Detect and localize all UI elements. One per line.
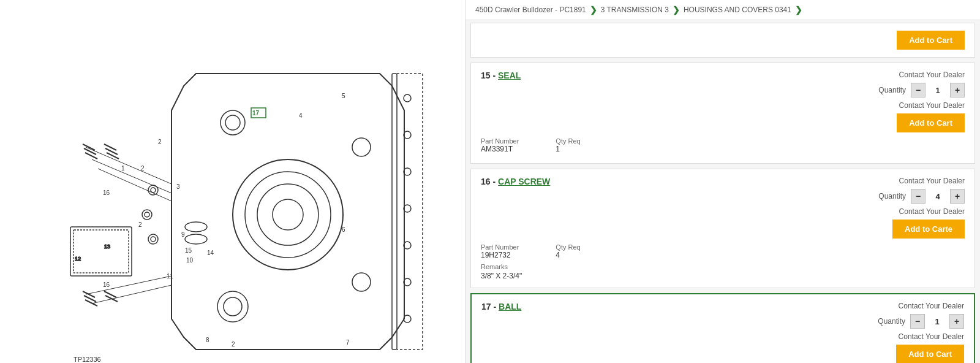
qty-minus-17[interactable]: − [910, 314, 925, 329]
svg-text:2: 2 [158, 139, 162, 145]
remarks-label-16: Remarks [481, 263, 508, 270]
part-card-16: 16 - CAP SCREW Contact Your Dealer Quant… [470, 169, 975, 288]
qty-value-15: 1 [930, 86, 945, 95]
part-number-label-15: Part Number [481, 137, 519, 145]
part-header-15: 15 - SEAL Contact Your Dealer Quantity −… [481, 71, 965, 132]
svg-text:9: 9 [181, 231, 185, 238]
quantity-label-17: Quantity [878, 317, 905, 326]
remarks-value-16: 3/8" X 2-3/4" [481, 272, 522, 280]
contact-dealer-text-17: Contact Your Dealer [899, 302, 964, 310]
breadcrumb-item-3[interactable]: HOUSINGS AND COVERS 0341 [684, 6, 791, 14]
qty-req-label-16: Qty Req [556, 243, 580, 251]
part-name-link-17[interactable]: BALL [499, 302, 521, 311]
qty-plus-17[interactable]: + [949, 314, 964, 329]
svg-text:16: 16 [103, 281, 110, 288]
add-to-cart-15[interactable]: Add to Cart [897, 113, 965, 132]
top-add-to-cart-button[interactable]: Add to Cart [897, 31, 965, 50]
svg-text:5: 5 [342, 93, 345, 99]
breadcrumb-arrow-3: ❯ [795, 5, 802, 15]
contact-dealer-sub-16: Contact Your Dealer [899, 207, 965, 216]
part-number-label-16: Part Number [481, 243, 519, 251]
part-number-value-16: 19H2732 [481, 251, 519, 259]
svg-text:16: 16 [103, 189, 110, 196]
svg-text:14: 14 [207, 250, 214, 256]
part-info-row-16: Part Number 19H2732 Qty Req 4 [481, 243, 965, 259]
part-name-link-15[interactable]: SEAL [498, 71, 521, 80]
part-header-16: 16 - CAP SCREW Contact Your Dealer Quant… [481, 177, 965, 239]
svg-text:15: 15 [185, 247, 192, 254]
svg-text:1: 1 [121, 165, 125, 172]
remarks-row-16: Remarks 3/8" X 2-3/4" [481, 262, 965, 280]
contact-dealer-sub-15: Contact Your Dealer [899, 101, 965, 110]
qty-plus-16[interactable]: + [950, 189, 965, 204]
quantity-row-15: Quantity − 1 + [878, 83, 965, 97]
parts-panel: 450D Crawler Bulldozer - PC1891 ❯ 3 TRAN… [466, 0, 980, 363]
qty-minus-16[interactable]: − [911, 189, 925, 204]
qty-req-label-15: Qty Req [556, 137, 580, 145]
svg-text:10: 10 [186, 257, 194, 264]
svg-text:8: 8 [206, 337, 209, 343]
part-card-15: 15 - SEAL Contact Your Dealer Quantity −… [470, 63, 975, 164]
diagram-panel: TP12336 [0, 0, 466, 363]
quantity-label-15: Quantity [878, 86, 906, 94]
parts-list: Add to Cart 15 - SEAL Contact Your Deale… [466, 20, 980, 363]
add-to-cart-16[interactable]: Add to Carte [892, 220, 965, 239]
quantity-row-16: Quantity − 4 + [878, 189, 965, 204]
svg-text:2: 2 [138, 221, 142, 228]
part-controls-15: Contact Your Dealer Quantity − 1 + Conta… [842, 71, 965, 132]
part-number-item-15: Part Number AM3391T [481, 137, 519, 153]
breadcrumb: 450D Crawler Bulldozer - PC1891 ❯ 3 TRAN… [466, 0, 980, 20]
part-card-17: 17 - BALL Contact Your Dealer Quantity −… [470, 293, 975, 363]
part-title-15: 15 - SEAL [481, 71, 521, 80]
part-info-row-15: Part Number AM3391T Qty Req 1 [481, 137, 965, 153]
qty-req-value-15: 1 [556, 145, 580, 153]
svg-text:12: 12 [75, 256, 81, 262]
svg-text:2: 2 [141, 165, 145, 172]
part-number-item-16: Part Number 19H2732 [481, 243, 519, 259]
svg-text:4: 4 [299, 112, 303, 119]
part-id-15: 15 [481, 71, 491, 80]
part-id-16: 16 [481, 177, 491, 186]
part-number-value-15: AM3391T [481, 145, 519, 153]
qty-value-16: 4 [930, 192, 945, 201]
part-id-17: 17 [481, 302, 491, 311]
quantity-row-17: Quantity − 1 + [878, 314, 964, 329]
quantity-label-16: Quantity [878, 192, 906, 201]
top-add-section: Add to Cart [470, 23, 975, 58]
contact-dealer-text-15: Contact Your Dealer [899, 71, 965, 79]
part-header-17: 17 - BALL Contact Your Dealer Quantity −… [481, 302, 964, 363]
svg-text:TP12336: TP12336 [74, 356, 101, 363]
qty-plus-15[interactable]: + [950, 83, 965, 97]
svg-text:2: 2 [232, 341, 235, 348]
contact-dealer-sub-17: Contact Your Dealer [899, 332, 964, 341]
part-name-link-16[interactable]: CAP SCREW [498, 177, 550, 186]
svg-text:3: 3 [176, 183, 180, 190]
qty-req-item-15: Qty Req 1 [556, 137, 580, 153]
parts-diagram: TP12336 [24, 37, 441, 364]
add-to-cart-17[interactable]: Add to Cart [896, 345, 964, 363]
qty-value-17: 1 [930, 317, 944, 326]
svg-text:11: 11 [167, 273, 174, 280]
part-title-17: 17 - BALL [481, 302, 521, 311]
breadcrumb-arrow-2: ❯ [673, 5, 680, 15]
part-title-16: 16 - CAP SCREW [481, 177, 550, 186]
svg-text:13: 13 [104, 243, 110, 250]
svg-text:7: 7 [346, 339, 350, 346]
qty-req-item-16: Qty Req 4 [556, 243, 580, 259]
breadcrumb-item-1[interactable]: 450D Crawler Bulldozer - PC1891 [475, 6, 586, 14]
part-controls-17: Contact Your Dealer Quantity − 1 + Conta… [842, 302, 964, 363]
svg-text:6: 6 [342, 226, 345, 233]
part-controls-16: Contact Your Dealer Quantity − 4 + Conta… [842, 177, 965, 239]
qty-minus-15[interactable]: − [911, 83, 925, 97]
svg-rect-0 [24, 37, 441, 364]
breadcrumb-arrow-1: ❯ [590, 5, 597, 15]
qty-req-value-16: 4 [556, 251, 580, 259]
svg-text:17: 17 [252, 110, 260, 117]
breadcrumb-item-2[interactable]: 3 TRANSMISSION 3 [601, 6, 669, 14]
contact-dealer-text-16: Contact Your Dealer [899, 177, 965, 185]
